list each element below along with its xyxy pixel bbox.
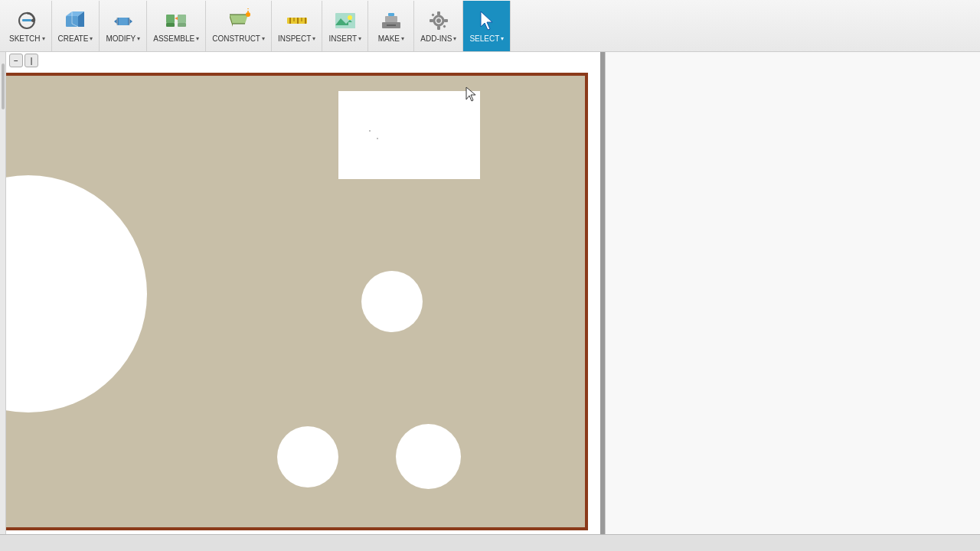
sketch-label: SKETCH ▾ [9, 34, 45, 43]
left-panel [0, 52, 6, 551]
svg-rect-40 [437, 26, 440, 30]
make-icon [379, 8, 403, 33]
svg-marker-45 [481, 11, 492, 30]
create-icon [63, 8, 87, 33]
toolbar-group-assemble[interactable]: ASSEMBLE ▾ [147, 1, 206, 51]
addins-icon [426, 8, 451, 33]
modify-label: MODIFY ▾ [106, 34, 140, 43]
addins-label: ADD-INS ▾ [420, 34, 456, 43]
svg-marker-9 [114, 18, 119, 25]
create-label: CREATE ▾ [58, 34, 93, 43]
svg-rect-2 [22, 19, 31, 21]
insert-icon [333, 8, 358, 33]
circle-cutout-large [6, 175, 147, 412]
circle-cutout-small-left [277, 426, 338, 487]
make-dropdown-arrow: ▾ [401, 35, 404, 42]
insert-dropdown-arrow: ▾ [358, 35, 361, 42]
circle-cutout-medium-top [361, 271, 423, 332]
assemble-label: ASSEMBLE ▾ [153, 34, 199, 43]
viewport-minus-button[interactable]: − [9, 54, 23, 67]
select-icon [475, 8, 499, 33]
make-label: MAKE ▾ [378, 34, 404, 43]
svg-rect-39 [437, 11, 440, 15]
inspect-label: INSPECT ▾ [278, 34, 315, 43]
left-panel-indicator [2, 64, 5, 109]
status-bar [0, 534, 980, 551]
toolbar-group-addins[interactable]: ADD-INS ▾ [414, 1, 463, 51]
select-dropdown-arrow: ▾ [501, 35, 504, 42]
select-label: SELECT ▾ [469, 34, 504, 43]
viewport-toolbar: − | [6, 52, 41, 69]
sketch-dropdown-arrow: ▾ [42, 35, 45, 42]
toolbar-group-create[interactable]: CREATE ▾ [52, 1, 100, 51]
toolbar-group-select[interactable]: SELECT ▾ [463, 1, 511, 51]
viewport-dot-1 [369, 130, 371, 132]
construct-icon [227, 8, 251, 33]
construct-label: CONSTRUCT ▾ [212, 34, 265, 43]
toolbar-group-inspect[interactable]: INSPECT ▾ [272, 1, 322, 51]
toolbar-group-make[interactable]: MAKE ▾ [368, 1, 414, 51]
assemble-dropdown-arrow: ▾ [196, 35, 199, 42]
svg-rect-15 [166, 23, 175, 27]
svg-rect-35 [385, 16, 397, 22]
svg-rect-13 [166, 15, 175, 23]
viewport-dot-2 [377, 138, 378, 139]
sketch-icon [15, 8, 39, 33]
create-dropdown-arrow: ▾ [90, 35, 93, 42]
svg-rect-14 [178, 15, 186, 23]
svg-rect-33 [348, 22, 355, 28]
drawing-board [6, 73, 588, 530]
circle-cutout-small-right [396, 424, 461, 489]
modify-icon [111, 8, 136, 33]
svg-marker-18 [230, 15, 248, 24]
svg-rect-43 [431, 13, 434, 16]
toolbar-group-insert[interactable]: INSERT ▾ [322, 1, 368, 51]
inspect-icon [285, 8, 309, 33]
svg-point-32 [348, 15, 352, 20]
toolbar-group-modify[interactable]: MODIFY ▾ [100, 1, 147, 51]
insert-label: INSERT ▾ [329, 34, 362, 43]
construct-dropdown-arrow: ▾ [262, 35, 265, 42]
assemble-icon [164, 8, 188, 33]
toolbar-group-sketch[interactable]: SKETCH ▾ [3, 1, 52, 51]
main-toolbar: SKETCH ▾ CREATE ▾ [0, 0, 980, 52]
addins-dropdown-arrow: ▾ [453, 35, 456, 42]
viewport[interactable]: − | [6, 52, 600, 551]
cad-canvas[interactable] [6, 69, 600, 551]
toolbar-group-construct[interactable]: CONSTRUCT ▾ [206, 1, 272, 51]
svg-marker-10 [128, 18, 132, 25]
svg-rect-42 [444, 19, 448, 22]
svg-rect-41 [430, 19, 433, 22]
svg-point-38 [436, 18, 441, 23]
svg-point-22 [246, 12, 250, 17]
svg-rect-8 [117, 18, 129, 25]
svg-rect-16 [178, 23, 186, 27]
svg-marker-17 [175, 17, 178, 20]
viewport-divider: | [24, 54, 38, 67]
modify-dropdown-arrow: ▾ [137, 35, 140, 42]
main-area: − | [0, 52, 980, 551]
inspect-dropdown-arrow: ▾ [312, 35, 315, 42]
rect-cutout [338, 91, 480, 179]
svg-rect-44 [443, 24, 446, 28]
right-panel [605, 52, 980, 551]
svg-rect-36 [388, 13, 394, 16]
